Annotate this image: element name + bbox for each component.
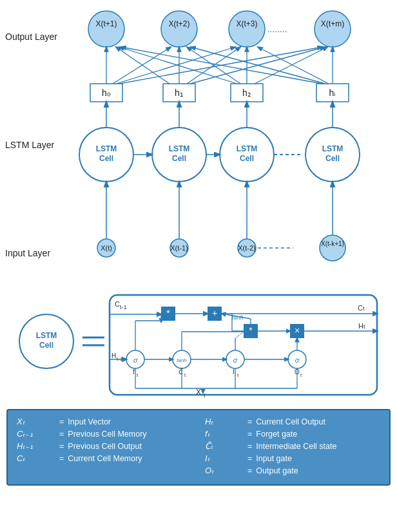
legend-var-ht: Hₜ <box>205 417 244 426</box>
svg-text:σ: σ <box>295 356 300 364</box>
svg-text:σ: σ <box>133 356 138 364</box>
legend-desc-xt: Input Vector <box>68 417 111 426</box>
svg-text:Cell: Cell <box>172 154 186 163</box>
svg-text:+: + <box>212 308 217 318</box>
svg-text:H: H <box>111 352 116 359</box>
svg-point-7 <box>229 11 265 47</box>
svg-text:LSTM: LSTM <box>36 331 57 340</box>
legend-row-ct: Cₜ = Current Cell Memory <box>17 453 192 463</box>
legend-desc-ct1: Previous Cell Memory <box>68 430 146 439</box>
legend-desc-ot: Output gate <box>256 466 298 475</box>
legend-eq-ct: = <box>59 454 64 463</box>
svg-text:X(t+m): X(t+m) <box>321 19 344 28</box>
svg-text:h₀: h₀ <box>102 88 111 98</box>
legend-var-ct1: Cₜ₋₁ <box>17 429 55 439</box>
legend-eq-ot: = <box>247 466 252 475</box>
svg-line-22 <box>116 47 235 84</box>
legend-desc-ht: Current Cell Output <box>256 417 325 426</box>
svg-text:Cell: Cell <box>325 154 340 163</box>
svg-text:Input Layer: Input Layer <box>5 248 50 258</box>
svg-text:X(t+3): X(t+3) <box>236 19 257 28</box>
svg-text:f: f <box>133 368 135 375</box>
lstm-cell-legend: LSTM Cell C t-1 * + C t <box>6 282 391 401</box>
svg-text:X(t-1): X(t-1) <box>170 244 188 252</box>
svg-text:C̃: C̃ <box>179 368 183 375</box>
legend-eq-ht: = <box>247 417 252 426</box>
svg-text:X(t-2): X(t-2) <box>238 244 256 252</box>
svg-text:Cell: Cell <box>99 154 113 163</box>
legend-right-col: Hₜ = Current Cell Output fₜ = Forget gat… <box>205 417 380 478</box>
legend-row-ht: Hₜ = Current Cell Output <box>205 417 380 426</box>
svg-text:X(t+1): X(t+1) <box>95 19 117 28</box>
legend-desc-ft: Forget gate <box>256 430 297 439</box>
svg-text:*: * <box>166 308 170 318</box>
svg-text:h₂: h₂ <box>242 88 251 98</box>
svg-text:LSTM: LSTM <box>322 144 344 153</box>
legend-row-it: Iₜ = Input gate <box>205 453 380 463</box>
svg-text:LSTM: LSTM <box>169 144 190 153</box>
legend-table: Xₜ = Input Vector Cₜ₋₁ = Previous Cell M… <box>6 409 391 486</box>
svg-text:C: C <box>115 300 120 308</box>
svg-text:t-1: t-1 <box>120 304 127 310</box>
svg-text:Output Layer: Output Layer <box>5 32 57 42</box>
legend-eq-ct1: = <box>59 430 64 439</box>
nn-diagram: Output Layer LSTM Layer Input Layer X(t+… <box>0 0 397 277</box>
legend-desc-ct: Current Cell Memory <box>68 454 142 463</box>
legend-row-ot: Oₜ = Output gate <box>205 466 380 475</box>
svg-point-5 <box>161 11 197 47</box>
legend-var-ot: Oₜ <box>205 466 244 475</box>
svg-text:Cell: Cell <box>39 341 53 350</box>
legend-var-it: Iₜ <box>205 453 244 463</box>
legend-eq-ht1: = <box>59 442 64 451</box>
legend-desc-it: Input gate <box>256 454 292 463</box>
svg-text:hᵢ: hᵢ <box>329 88 336 98</box>
svg-text:C: C <box>358 304 363 312</box>
legend-var-ctilde: C̃ₜ <box>205 441 244 451</box>
svg-point-10 <box>315 11 351 47</box>
svg-text:X(t+2): X(t+2) <box>168 19 189 28</box>
legend-eq-ctilde: = <box>247 442 252 451</box>
svg-text:I: I <box>233 368 235 375</box>
legend-eq-ft: = <box>247 430 252 439</box>
svg-text:........: ........ <box>267 24 287 34</box>
svg-text:×: × <box>295 325 300 336</box>
legend-row-xt: Xₜ = Input Vector <box>17 417 192 426</box>
svg-text:*: * <box>249 325 253 336</box>
svg-text:X: X <box>196 388 201 397</box>
svg-text:LSTM Layer: LSTM Layer <box>5 140 55 150</box>
svg-text:Cell: Cell <box>240 154 254 163</box>
legend-var-ft: fₜ <box>205 429 244 439</box>
legend-desc-ht1: Previous Cell Output <box>68 442 142 451</box>
svg-text:LSTM: LSTM <box>96 144 117 153</box>
legend-row-ct1: Cₜ₋₁ = Previous Cell Memory <box>17 429 192 439</box>
svg-text:LSTM: LSTM <box>237 144 258 153</box>
svg-text:H: H <box>358 322 363 330</box>
svg-text:X(t-k+1): X(t-k+1) <box>321 240 344 247</box>
legend-left-col: Xₜ = Input Vector Cₜ₋₁ = Previous Cell M… <box>17 417 192 478</box>
legend-row-ht1: Hₜ₋₁ = Previous Cell Output <box>17 441 192 451</box>
legend-desc-ctilde: Intermediate Cell state <box>256 442 336 451</box>
svg-point-62 <box>320 235 345 261</box>
svg-text:h₁: h₁ <box>175 88 184 98</box>
legend-var-ht1: Hₜ₋₁ <box>17 441 55 451</box>
main-container: Output Layer LSTM Layer Input Layer X(t+… <box>0 0 397 532</box>
legend-row-ft: fₜ = Forget gate <box>205 429 380 439</box>
svg-text:tanh: tanh <box>177 357 187 363</box>
svg-text:σ: σ <box>233 356 238 364</box>
legend-var-xt: Xₜ <box>17 417 55 426</box>
legend-eq-it: = <box>247 454 252 463</box>
legend-row-ctilde: C̃ₜ = Intermediate Cell state <box>205 441 380 451</box>
legend-eq-xt: = <box>59 417 64 426</box>
legend-var-ct: Cₜ <box>17 453 55 463</box>
svg-text:X(t): X(t) <box>101 244 112 252</box>
svg-point-3 <box>88 11 124 47</box>
svg-rect-73 <box>110 295 377 395</box>
